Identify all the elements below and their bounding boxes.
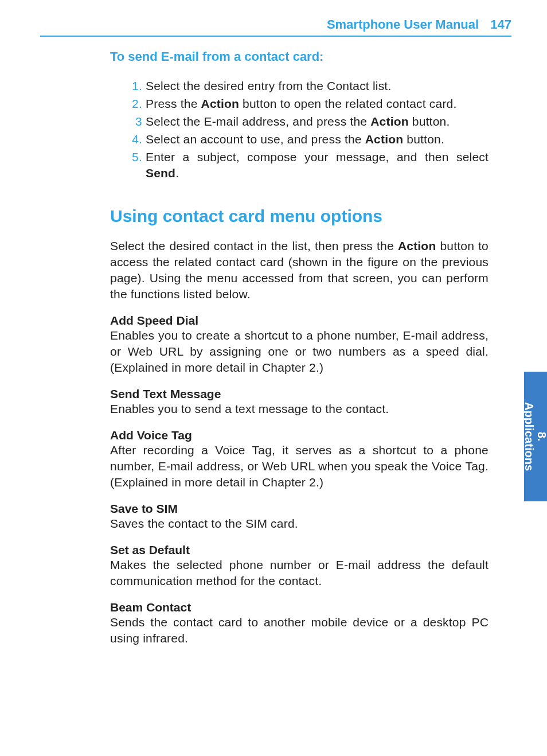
header-title: Smartphone User Manual <box>327 17 479 32</box>
section2-intro: Select the desired contact in the list, … <box>110 238 489 302</box>
section2-heading: Using contact card menu options <box>110 206 489 226</box>
section1-heading: To send E-mail from a contact card: <box>110 49 489 64</box>
option-block: Add Speed Dial Enables you to create a s… <box>110 314 489 376</box>
option-desc: Enables you to create a shortcut to a ph… <box>110 328 489 376</box>
option-desc: Saves the contact to the SIM card. <box>110 516 489 532</box>
chapter-tab: 8. Applications <box>524 372 547 501</box>
step-text: . <box>175 166 179 180</box>
option-block: Save to SIM Saves the contact to the SIM… <box>110 502 489 532</box>
step-number: 4. <box>125 131 142 147</box>
option-block: Beam Contact Sends the contact card to a… <box>110 601 489 646</box>
option-title: Set as Default <box>110 543 489 557</box>
step-bold: Action <box>370 115 409 128</box>
intro-text: Select the desired contact in the list, … <box>110 239 398 252</box>
chapter-name: Applications <box>523 402 536 471</box>
step-bold: Action <box>201 97 240 110</box>
option-block: Send Text Message Enables you to send a … <box>110 387 489 417</box>
list-item: 3 Select the E-mail address, and press t… <box>146 114 489 130</box>
manual-page: Smartphone User Manual 147 To send E-mai… <box>0 0 547 756</box>
chapter-tab-label: 8. Applications <box>523 402 547 471</box>
list-item: 4. Select an account to use, and press t… <box>146 131 489 147</box>
step-text: Enter a subject, compose your message, a… <box>146 150 489 163</box>
list-item: 1. Select the desired entry from the Con… <box>146 78 489 94</box>
option-block: Add Voice Tag After recording a Voice Ta… <box>110 428 489 490</box>
intro-bold: Action <box>398 239 436 252</box>
option-title: Add Speed Dial <box>110 314 489 328</box>
step-text: button. <box>409 115 450 128</box>
option-desc: After recording a Voice Tag, it serves a… <box>110 442 489 490</box>
option-desc: Sends the contact card to another mobile… <box>110 614 489 646</box>
option-title: Send Text Message <box>110 387 489 401</box>
page-content: To send E-mail from a contact card: 1. S… <box>110 49 489 646</box>
section1-step-list: 1. Select the desired entry from the Con… <box>110 78 489 181</box>
list-item: 5. Enter a subject, compose your message… <box>146 149 489 181</box>
step-number: 2. <box>125 96 142 112</box>
step-bold: Action <box>365 133 404 146</box>
step-text: Press the <box>146 97 201 110</box>
step-text: button. <box>403 133 444 146</box>
option-desc: Makes the selected phone number or E-mai… <box>110 557 489 589</box>
list-item: 2. Press the Action button to open the r… <box>146 96 489 112</box>
page-header: Smartphone User Manual 147 <box>40 17 511 37</box>
step-text: Select the desired entry from the Contac… <box>146 79 391 92</box>
step-number: 5. <box>125 149 142 165</box>
step-bold: Send <box>146 166 175 180</box>
option-title: Save to SIM <box>110 502 489 516</box>
step-number: 1. <box>125 78 142 94</box>
option-title: Beam Contact <box>110 601 489 614</box>
step-text: Select an account to use, and press the <box>146 133 365 146</box>
option-title: Add Voice Tag <box>110 428 489 442</box>
step-number: 3 <box>125 114 142 130</box>
step-text: button to open the related contact card. <box>239 97 456 110</box>
option-block: Set as Default Makes the selected phone … <box>110 543 489 589</box>
chapter-number: 8. <box>536 432 547 442</box>
header-page-number: 147 <box>490 17 511 32</box>
step-text: Select the E-mail address, and press the <box>146 115 370 128</box>
option-desc: Enables you to send a text message to th… <box>110 401 489 417</box>
